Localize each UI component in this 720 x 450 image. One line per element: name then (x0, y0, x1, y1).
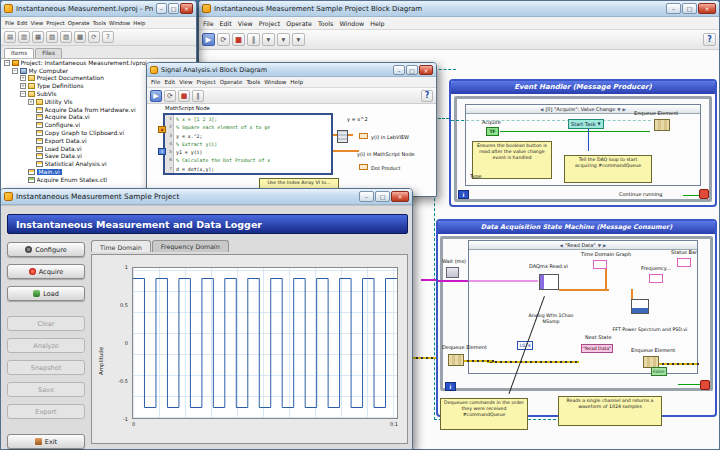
new-vi-button[interactable]: ▤ (4, 31, 16, 43)
titlebar[interactable]: Instantaneous Measurement Sample Project… (199, 1, 719, 17)
dbl-indicator-terminal[interactable] (359, 133, 368, 139)
open-button[interactable]: ▥ (18, 31, 30, 43)
case-dropdown-icon[interactable]: ▼ (617, 107, 620, 112)
code-line[interactable]: 5 y1 = y(i) (165, 148, 331, 156)
menu-item[interactable]: Edit (220, 20, 232, 27)
menu-item[interactable]: Project (46, 20, 64, 26)
comment[interactable]: Reads a single channel and returns a wav… (558, 396, 662, 426)
comment[interactable]: Ensures the boolean button is read after… (472, 141, 552, 179)
titlebar[interactable]: Signal Analysis.vi Block Diagram – □ × (147, 63, 436, 77)
tab-frequency-domain[interactable]: Frequency Domain (152, 240, 229, 252)
read-data-string-constant[interactable]: "Read Data" (581, 344, 613, 353)
menu-item[interactable]: Edit (17, 20, 27, 26)
prev-case-icon[interactable]: ◀ (540, 107, 543, 112)
next-case-icon[interactable]: ▶ (603, 243, 606, 248)
state-machine-frame[interactable]: Data Acquisition State Machine (Message … (436, 219, 717, 417)
menu-item[interactable]: Operate (220, 79, 243, 85)
paste-button[interactable]: ▩ (74, 31, 86, 43)
pause-button[interactable]: ‖ (247, 33, 260, 46)
minimize-button[interactable]: – (393, 65, 405, 75)
code-line[interactable]: 2 % Square each element of x to ge (165, 123, 331, 131)
help-button[interactable]: ? (102, 31, 114, 43)
export-button[interactable]: Export (7, 404, 85, 419)
dbl-indicator-terminal[interactable] (359, 164, 368, 170)
tab-time-domain[interactable]: Time Domain (91, 240, 151, 252)
event-handler-frame[interactable]: Event Handler (Message Producer) ◀ [0] "… (449, 79, 717, 207)
maximize-button[interactable]: □ (168, 3, 179, 14)
exit-button[interactable]: Exit (7, 434, 85, 449)
distribute-objects-dropdown[interactable]: ▾ (292, 33, 305, 46)
next-case-icon[interactable]: ▶ (623, 107, 626, 112)
tab-items[interactable]: Items (4, 48, 34, 58)
waveform-chart[interactable] (132, 267, 398, 419)
save-button[interactable]: Save (7, 382, 85, 397)
close-button[interactable]: × (698, 3, 716, 14)
cut-button[interactable]: ▧ (46, 31, 58, 43)
snapshot-button[interactable]: Snapshot (7, 360, 85, 375)
menu-item[interactable]: Help (133, 20, 145, 26)
maximize-button[interactable]: □ (406, 65, 418, 75)
menu-item[interactable]: Tools (246, 79, 260, 85)
input-terminal-x[interactable]: x (158, 126, 166, 133)
menu-item[interactable]: Edit (164, 79, 175, 85)
menu-item[interactable]: View (179, 79, 192, 85)
save-button[interactable]: ▦ (32, 31, 44, 43)
loop-condition-terminal[interactable] (700, 380, 710, 390)
menu-item[interactable]: File (203, 20, 214, 27)
abort-button[interactable]: ■ (232, 33, 245, 46)
close-button[interactable]: × (419, 65, 433, 75)
refresh-button[interactable]: ⟳ (88, 31, 100, 43)
menu-item[interactable]: File (151, 79, 160, 85)
menu-item[interactable]: View (30, 20, 43, 26)
start-task-enum-constant[interactable]: Start Task ▼ (568, 119, 604, 129)
status-bar-terminal[interactable] (677, 258, 691, 267)
menu-item[interactable]: File (5, 20, 14, 26)
menu-item[interactable]: Operate (68, 20, 90, 26)
close-button[interactable]: × (180, 3, 193, 14)
event-structure[interactable]: ◀ [0] "Acquire": Value Change ▼ ▶ Acquir… (465, 104, 701, 186)
menu-item[interactable]: Window (339, 20, 364, 27)
dequeue-element-node[interactable] (448, 354, 464, 366)
run-continuous-button[interactable]: ⟳ (164, 90, 176, 102)
fft-power-spectrum-node[interactable] (631, 299, 649, 314)
minimize-button[interactable]: – (666, 3, 681, 14)
case-dropdown-icon[interactable]: ▼ (598, 243, 601, 248)
acquire-button[interactable]: Acquire (7, 264, 85, 279)
case-structure[interactable]: ◀ "Read Data" ▼ ▶ DAQmx Read.vi Analog W… (468, 240, 698, 374)
code-line[interactable]: 6 % Calculate the Dot Product of x (165, 156, 331, 164)
menu-item[interactable]: Project (197, 79, 216, 85)
run-continuous-button[interactable]: ⟳ (217, 33, 230, 46)
case-selector[interactable]: ◀ "Read Data" ▼ ▶ (469, 241, 697, 250)
minimize-button[interactable]: – (156, 3, 167, 14)
comment[interactable]: Dequeues commands in the order they were… (440, 398, 528, 430)
menu-item[interactable]: Window (264, 79, 286, 85)
tree-expander-icon[interactable]: + (20, 75, 26, 81)
code-line[interactable]: 4 % Extract y(i) (165, 140, 331, 148)
close-button[interactable]: × (391, 191, 409, 202)
menu-item[interactable]: Operate (286, 20, 312, 27)
maximize-button[interactable]: □ (375, 191, 390, 202)
run-button[interactable]: ▶ (150, 90, 162, 102)
menu-item[interactable]: Tools (93, 20, 106, 26)
menu-item[interactable]: Help (370, 20, 384, 27)
prev-case-icon[interactable]: ◀ (560, 243, 563, 248)
tree-expander-icon[interactable]: − (4, 60, 10, 66)
maximize-button[interactable]: □ (682, 3, 697, 14)
wait-ms-node[interactable] (446, 267, 459, 278)
acquire-boolean-terminal[interactable]: TF (486, 127, 499, 136)
help-icon[interactable]: ? (703, 33, 716, 46)
daqmx-read-node[interactable] (539, 274, 559, 290)
tree-expander-icon[interactable]: − (20, 91, 26, 97)
text-settings-dropdown[interactable]: ▾ (262, 33, 275, 46)
comment[interactable]: Tell the DAQ loop to start acquiring #co… (564, 155, 652, 183)
clear-button[interactable]: Clear (7, 316, 85, 331)
menu-item[interactable]: Project (259, 20, 281, 27)
load-button[interactable]: Load (7, 286, 85, 301)
loop-iteration-terminal[interactable]: i (458, 190, 469, 199)
tree-expander-icon[interactable]: + (20, 83, 26, 89)
titlebar[interactable]: Instantaneous Measurement.lvproj - Proje… (1, 1, 196, 17)
minimize-button[interactable]: – (359, 191, 374, 202)
run-button[interactable]: ▶ (202, 33, 215, 46)
configure-button[interactable]: Configure (7, 242, 85, 257)
menu-item[interactable]: View (238, 20, 253, 27)
